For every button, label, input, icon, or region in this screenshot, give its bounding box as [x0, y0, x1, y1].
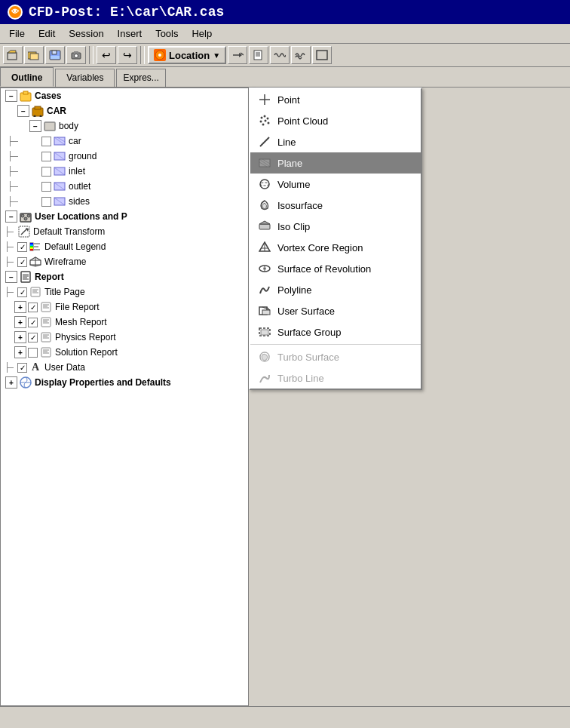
dropdown-item-point[interactable]: Point [250, 89, 421, 110]
userloc-toggle[interactable]: − [5, 210, 17, 223]
tree-legend-row[interactable]: Default Legend [1, 239, 248, 254]
tree-cases-row[interactable]: − Cases [1, 88, 248, 103]
userdata-checkbox[interactable] [17, 363, 27, 373]
dropdown-item-line[interactable]: Line [250, 131, 421, 152]
window-title: CFD-Post: E:\car\CAR.cas [29, 5, 224, 20]
tree-solutionreport-row[interactable]: + Solution Report [1, 345, 248, 360]
svg-rect-23 [35, 106, 41, 109]
filereport-toggle[interactable]: + [14, 301, 26, 313]
meshreport-checkbox[interactable] [28, 318, 38, 327]
solutionreport-checkbox[interactable] [28, 348, 38, 358]
svg-rect-47 [30, 244, 33, 246]
tree-userdata-row[interactable]: A User Data [1, 360, 248, 375]
svg-point-41 [27, 214, 30, 217]
titlepage-checkbox[interactable] [17, 287, 27, 297]
toolbar-camera[interactable] [66, 46, 86, 64]
dropdown-item-isoclip[interactable]: Iso Clip [250, 216, 421, 237]
toolbar-wave2[interactable] [291, 46, 311, 64]
surface-inlet-checkbox[interactable] [41, 167, 51, 177]
svg-line-94 [260, 137, 269, 146]
dropdown-item-pointcloud[interactable]: Point Cloud [250, 110, 421, 131]
menu-insert[interactable]: Insert [112, 26, 149, 41]
tree-physicsreport-row[interactable]: + Physics Report [1, 330, 248, 345]
main-content: − Cases − CAR − body [0, 88, 570, 706]
tab-outline[interactable]: Outline [0, 67, 54, 87]
dropdown-item-turbosurface: Turbo Surface [250, 346, 421, 367]
car-toggle[interactable]: − [17, 105, 29, 117]
toolbar-doc[interactable] [249, 46, 268, 64]
surface-ground-checkbox[interactable] [41, 152, 51, 161]
dropdown-item-plane[interactable]: Plane [250, 152, 421, 174]
dropdown-item-vortex[interactable]: Vortex Core Region [250, 237, 421, 258]
tree-surface-sides[interactable]: sides [1, 194, 248, 209]
menu-edit[interactable]: Edit [32, 26, 61, 41]
car-icon [31, 105, 44, 117]
car-label: CAR [47, 106, 66, 116]
dropdown-item-polyline[interactable]: Polyline [250, 279, 421, 300]
tree-surface-outlet[interactable]: outlet [1, 179, 248, 194]
surface-outlet-checkbox[interactable] [41, 182, 51, 192]
userloc-label: User Locations and P [35, 211, 127, 222]
tree-meshreport-row[interactable]: + Mesh Report [1, 315, 248, 330]
toolbar-wave1[interactable] [270, 46, 290, 64]
tree-display-row[interactable]: + Display Properties and Defaults [1, 375, 248, 390]
physicsreport-checkbox[interactable] [28, 333, 38, 342]
menu-help[interactable]: Help [185, 26, 218, 41]
solutionreport-toggle[interactable]: + [14, 346, 26, 358]
report-toggle[interactable]: − [5, 271, 17, 283]
cases-icon [19, 90, 32, 102]
tab-variables[interactable]: Variables [55, 69, 115, 87]
toolbar-open2[interactable] [24, 46, 44, 64]
transform-label: Default Transform [33, 226, 105, 237]
surface-sides-checkbox[interactable] [41, 197, 51, 207]
surface-car-label: car [69, 136, 81, 146]
toolbar-arrow[interactable] [228, 46, 247, 64]
svg-rect-21 [23, 91, 28, 94]
transform-icon [17, 226, 31, 238]
legend-checkbox[interactable] [17, 242, 27, 252]
menu-file[interactable]: File [3, 26, 31, 41]
physicsreport-toggle[interactable]: + [14, 331, 26, 343]
tree-wireframe-row[interactable]: Wireframe [1, 254, 248, 269]
meshreport-label: Mesh Report [55, 317, 107, 327]
tree-titlepage-row[interactable]: Title Page [1, 284, 248, 299]
wireframe-checkbox[interactable] [17, 257, 27, 267]
surface-outlet-label: outlet [69, 181, 90, 192]
toolbar-redo[interactable]: ↪ [118, 46, 137, 64]
dropdown-pointcloud-label: Point Cloud [277, 115, 328, 127]
dropdown-arrow-icon: ▼ [213, 51, 220, 60]
tree-surface-car[interactable]: car [1, 134, 248, 149]
tree-surface-ground[interactable]: ground [1, 149, 248, 164]
cases-toggle[interactable]: − [5, 90, 17, 102]
toolbar-open[interactable] [3, 46, 23, 64]
tree-report-row[interactable]: − Report [1, 269, 248, 284]
tree-surface-inlet[interactable]: inlet [1, 164, 248, 179]
dropdown-item-isosurface[interactable]: Isosurface [250, 195, 421, 216]
menu-tools[interactable]: Tools [149, 26, 184, 41]
toolbar-box[interactable] [312, 46, 332, 64]
tree-body-row[interactable]: − body [1, 118, 248, 134]
dropdown-item-surfrev[interactable]: Surface of Revolution [250, 258, 421, 279]
dropdown-item-usersurface[interactable]: User Surface [250, 300, 421, 321]
filereport-checkbox[interactable] [28, 303, 38, 312]
svg-point-91 [265, 120, 267, 122]
dropdown-item-surfacegroup[interactable]: Surface Group [250, 321, 421, 342]
tree-userloc-row[interactable]: − User Locations and P [1, 209, 248, 224]
toolbar-save[interactable] [45, 46, 65, 64]
tree-car-row[interactable]: − CAR [1, 103, 248, 118]
svg-marker-102 [259, 221, 270, 224]
dropdown-item-volume[interactable]: Volume [250, 174, 421, 195]
dropdown-isosurface-label: Isosurface [277, 200, 323, 211]
meshreport-toggle[interactable]: + [14, 316, 26, 328]
display-toggle[interactable]: + [5, 376, 17, 389]
menu-session[interactable]: Session [63, 26, 109, 41]
tree-transform-row[interactable]: Default Transform [1, 224, 248, 239]
body-toggle[interactable]: − [29, 120, 41, 132]
toolbar-undo[interactable]: ↩ [97, 46, 116, 64]
tab-expressions[interactable]: Expres... [116, 69, 165, 87]
location-dropdown-button[interactable]: Location ▼ [148, 46, 226, 64]
surface-car-checkbox[interactable] [41, 137, 51, 146]
svg-rect-58 [21, 272, 30, 282]
dropdown-turboline-label: Turbo Line [277, 373, 324, 384]
tree-filereport-row[interactable]: + File Report [1, 299, 248, 315]
